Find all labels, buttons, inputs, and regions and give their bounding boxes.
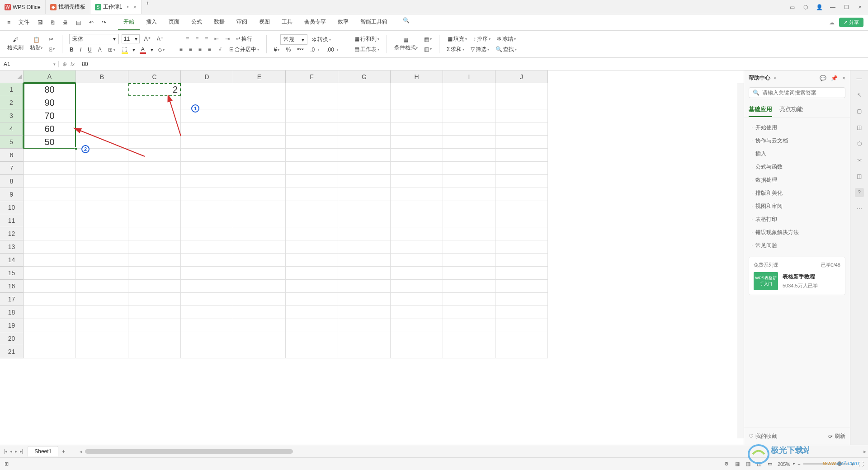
row-header-10[interactable]: 10: [0, 201, 24, 214]
cell[interactable]: [338, 280, 391, 293]
cell[interactable]: [128, 319, 181, 332]
col-header-b[interactable]: B: [76, 70, 128, 83]
tab-close-icon[interactable]: ×: [133, 4, 137, 10]
cell[interactable]: [76, 83, 128, 96]
cell[interactable]: [495, 175, 548, 188]
cell[interactable]: [181, 267, 233, 280]
help-item[interactable]: 排版和美化: [744, 187, 850, 200]
cell[interactable]: [24, 280, 76, 293]
close-panel-icon[interactable]: ×: [842, 75, 845, 81]
cell[interactable]: [391, 240, 443, 254]
cell[interactable]: [443, 254, 495, 267]
cell[interactable]: [391, 280, 443, 293]
cell[interactable]: [338, 83, 391, 96]
cell[interactable]: [233, 240, 286, 254]
cell-a4[interactable]: 60: [24, 122, 76, 136]
sheet-tab-sheet1[interactable]: Sheet1: [28, 446, 58, 456]
preview-icon[interactable]: 🖶: [59, 17, 71, 28]
cell[interactable]: [443, 240, 495, 254]
cell[interactable]: [76, 96, 128, 109]
cell[interactable]: [24, 227, 76, 240]
row-header-16[interactable]: 16: [0, 280, 24, 293]
cell[interactable]: [391, 96, 443, 109]
cell[interactable]: [443, 136, 495, 149]
menu-hamburger-icon[interactable]: ≡: [4, 17, 14, 28]
share-button[interactable]: ↗ 分享: [839, 18, 863, 27]
cell[interactable]: [128, 240, 181, 254]
cell[interactable]: [286, 109, 338, 122]
help-item[interactable]: 公式与函数: [744, 160, 850, 174]
cell[interactable]: [495, 345, 548, 358]
cell[interactable]: [286, 188, 338, 201]
cell[interactable]: [495, 319, 548, 332]
sidebar-help-icon[interactable]: ?: [855, 188, 864, 197]
cell[interactable]: [233, 254, 286, 267]
cell[interactable]: [128, 332, 181, 345]
menu-tab-review[interactable]: 审阅: [231, 14, 253, 30]
cell[interactable]: [76, 332, 128, 345]
cell[interactable]: [338, 149, 391, 162]
cell[interactable]: [286, 227, 338, 240]
cell[interactable]: [391, 306, 443, 319]
cube-icon[interactable]: ⬡: [802, 4, 809, 11]
sheet-next-icon[interactable]: ▸: [15, 449, 17, 454]
help-search-input[interactable]: [762, 89, 841, 96]
cell[interactable]: [76, 175, 128, 188]
cell[interactable]: [495, 149, 548, 162]
merge-center-button[interactable]: ⊟ 合并居中▾: [227, 45, 261, 54]
cell[interactable]: [443, 175, 495, 188]
cell[interactable]: [338, 293, 391, 306]
cell[interactable]: [24, 254, 76, 267]
font-color-arrow[interactable]: ▾: [151, 47, 153, 53]
cond-format-button[interactable]: ▦ 条件格式▾: [392, 36, 420, 52]
cell[interactable]: [24, 162, 76, 175]
cell[interactable]: [76, 267, 128, 280]
cell[interactable]: [286, 267, 338, 280]
cell[interactable]: [76, 214, 128, 227]
sheet-first-icon[interactable]: |◂: [4, 449, 7, 454]
cell[interactable]: [495, 136, 548, 149]
row-header-4[interactable]: 4: [0, 122, 24, 136]
menu-file[interactable]: 文件: [15, 16, 33, 29]
cell[interactable]: [286, 240, 338, 254]
cell[interactable]: [495, 201, 548, 214]
row-header-6[interactable]: 6: [0, 149, 24, 162]
row-header-14[interactable]: 14: [0, 254, 24, 267]
col-header-h[interactable]: H: [391, 70, 443, 83]
cell[interactable]: [24, 214, 76, 227]
cell[interactable]: [128, 175, 181, 188]
strikethrough-button[interactable]: A: [96, 46, 104, 54]
cell[interactable]: [233, 332, 286, 345]
panel-icon[interactable]: ▭: [788, 4, 796, 11]
cell[interactable]: [181, 319, 233, 332]
cell[interactable]: [286, 83, 338, 96]
cell[interactable]: [76, 227, 128, 240]
cell[interactable]: [181, 214, 233, 227]
cell[interactable]: [233, 136, 286, 149]
view-normal-icon[interactable]: ▦: [734, 460, 741, 468]
thousands-icon[interactable]: ᵒᵒᵒ: [295, 46, 306, 54]
cell[interactable]: [495, 280, 548, 293]
tab-workbook[interactable]: S 工作簿1 • ×: [90, 0, 142, 14]
font-size-select[interactable]: 11▾: [122, 34, 140, 43]
fill-color-button[interactable]: ⬚: [120, 45, 130, 55]
row-header-5[interactable]: 5: [0, 136, 24, 149]
cell[interactable]: [495, 306, 548, 319]
cell[interactable]: [443, 201, 495, 214]
avatar-icon[interactable]: 👤: [816, 4, 823, 11]
expand-view-icon[interactable]: ⛶: [859, 461, 863, 467]
cell[interactable]: [286, 201, 338, 214]
cell[interactable]: [443, 345, 495, 358]
cell[interactable]: [495, 188, 548, 201]
row-header-12[interactable]: 12: [0, 227, 24, 240]
cell[interactable]: [24, 188, 76, 201]
cell[interactable]: [24, 240, 76, 254]
menu-tab-insert[interactable]: 插入: [141, 14, 162, 30]
align-justify-icon[interactable]: ≡: [206, 45, 213, 53]
worksheet-button[interactable]: ▤ 工作表▾: [353, 45, 381, 54]
cell[interactable]: [233, 345, 286, 358]
cell[interactable]: [443, 319, 495, 332]
cell[interactable]: [286, 149, 338, 162]
cut-button[interactable]: ✂: [47, 35, 57, 43]
tab-wps-office[interactable]: W WPS Office: [0, 0, 46, 14]
